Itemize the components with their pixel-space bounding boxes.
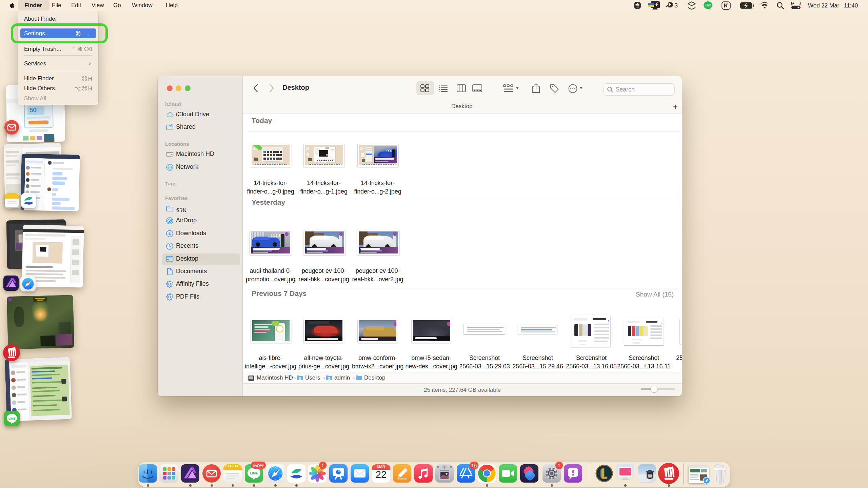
svg-text:LINE: LINE — [8, 417, 16, 420]
svg-text:LINE: LINE — [250, 471, 258, 475]
svg-text:LINE: LINE — [705, 4, 711, 7]
